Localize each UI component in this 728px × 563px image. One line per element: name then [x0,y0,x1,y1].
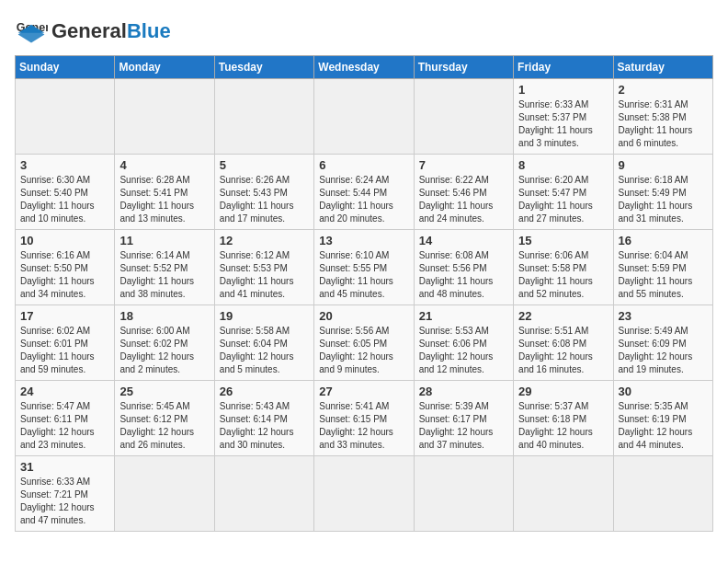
day-info: Sunrise: 6:31 AM Sunset: 5:38 PM Dayligh… [619,98,708,150]
calendar-cell: 16Sunrise: 6:04 AM Sunset: 5:59 PM Dayli… [613,230,712,305]
calendar-cell: 8Sunrise: 6:20 AM Sunset: 5:47 PM Daylig… [514,155,613,230]
day-info: Sunrise: 5:43 AM Sunset: 6:14 PM Dayligh… [220,400,309,452]
day-info: Sunrise: 6:16 AM Sunset: 5:50 PM Dayligh… [20,249,109,301]
calendar-week-row: 17Sunrise: 6:02 AM Sunset: 6:01 PM Dayli… [16,305,713,381]
logo-icon: General [15,15,48,48]
day-info: Sunrise: 6:33 AM Sunset: 5:37 PM Dayligh… [518,98,608,150]
calendar-cell: 18Sunrise: 6:00 AM Sunset: 6:02 PM Dayli… [115,305,214,381]
calendar-cell: 30Sunrise: 5:35 AM Sunset: 6:19 PM Dayli… [613,381,712,456]
day-info: Sunrise: 5:53 AM Sunset: 6:06 PM Dayligh… [419,325,508,376]
calendar-cell [613,456,712,532]
day-info: Sunrise: 6:20 AM Sunset: 5:47 PM Dayligh… [518,174,608,225]
day-info: Sunrise: 5:41 AM Sunset: 6:15 PM Dayligh… [319,400,408,452]
calendar-table: SundayMondayTuesdayWednesdayThursdayFrid… [15,55,713,532]
day-number: 25 [119,385,209,398]
day-info: Sunrise: 6:22 AM Sunset: 5:46 PM Dayligh… [419,174,508,225]
calendar-cell [414,456,513,532]
day-number: 10 [20,234,109,247]
day-number: 5 [220,158,309,172]
calendar-week-row: 10Sunrise: 6:16 AM Sunset: 5:50 PM Dayli… [16,230,713,305]
day-number: 7 [419,158,508,172]
column-header-monday: Monday [115,56,214,79]
logo-text: GeneralBlue [51,21,171,41]
day-number: 13 [319,234,408,247]
calendar-week-row: 31Sunrise: 6:33 AM Sunset: 7:21 PM Dayli… [16,456,713,532]
calendar-cell [314,79,414,155]
column-header-thursday: Thursday [414,56,513,79]
day-info: Sunrise: 5:56 AM Sunset: 6:05 PM Dayligh… [319,325,408,376]
calendar-cell: 23Sunrise: 5:49 AM Sunset: 6:09 PM Dayli… [613,305,712,381]
calendar-cell [214,456,313,532]
calendar-cell: 5Sunrise: 6:26 AM Sunset: 5:43 PM Daylig… [214,155,313,230]
day-number: 15 [518,234,608,247]
day-info: Sunrise: 6:06 AM Sunset: 5:58 PM Dayligh… [518,249,608,301]
day-info: Sunrise: 5:37 AM Sunset: 6:18 PM Dayligh… [518,400,608,452]
calendar-cell: 12Sunrise: 6:12 AM Sunset: 5:53 PM Dayli… [214,230,313,305]
day-info: Sunrise: 6:18 AM Sunset: 5:49 PM Dayligh… [619,174,708,225]
day-number: 27 [319,385,408,398]
day-info: Sunrise: 5:45 AM Sunset: 6:12 PM Dayligh… [119,400,209,452]
day-number: 12 [220,234,309,247]
day-number: 4 [119,158,209,172]
calendar-cell: 17Sunrise: 6:02 AM Sunset: 6:01 PM Dayli… [16,305,115,381]
day-info: Sunrise: 5:39 AM Sunset: 6:17 PM Dayligh… [419,400,508,452]
logo: General GeneralBlue [15,15,171,48]
calendar-cell [16,79,115,155]
calendar-cell: 1Sunrise: 6:33 AM Sunset: 5:37 PM Daylig… [514,79,613,155]
calendar-week-row: 24Sunrise: 5:47 AM Sunset: 6:11 PM Dayli… [16,381,713,456]
calendar-cell: 21Sunrise: 5:53 AM Sunset: 6:06 PM Dayli… [414,305,513,381]
day-info: Sunrise: 5:49 AM Sunset: 6:09 PM Dayligh… [619,325,708,376]
calendar-cell: 3Sunrise: 6:30 AM Sunset: 5:40 PM Daylig… [16,155,115,230]
day-info: Sunrise: 5:47 AM Sunset: 6:11 PM Dayligh… [20,400,109,452]
day-info: Sunrise: 6:33 AM Sunset: 7:21 PM Dayligh… [20,476,109,527]
day-number: 31 [20,460,109,474]
calendar-cell: 29Sunrise: 5:37 AM Sunset: 6:18 PM Dayli… [514,381,613,456]
day-number: 21 [419,309,508,323]
day-number: 24 [20,385,109,398]
calendar-cell [115,79,214,155]
day-number: 30 [619,385,708,398]
day-number: 9 [619,158,708,172]
calendar-header-row: SundayMondayTuesdayWednesdayThursdayFrid… [16,56,713,79]
calendar-cell: 10Sunrise: 6:16 AM Sunset: 5:50 PM Dayli… [16,230,115,305]
calendar-cell: 2Sunrise: 6:31 AM Sunset: 5:38 PM Daylig… [613,79,712,155]
calendar-week-row: 3Sunrise: 6:30 AM Sunset: 5:40 PM Daylig… [16,155,713,230]
day-info: Sunrise: 5:51 AM Sunset: 6:08 PM Dayligh… [518,325,608,376]
day-number: 22 [518,309,608,323]
day-info: Sunrise: 6:30 AM Sunset: 5:40 PM Dayligh… [20,174,109,225]
calendar-cell: 20Sunrise: 5:56 AM Sunset: 6:05 PM Dayli… [314,305,414,381]
day-number: 6 [319,158,408,172]
calendar-cell [214,79,313,155]
day-info: Sunrise: 6:28 AM Sunset: 5:41 PM Dayligh… [119,174,209,225]
calendar-cell: 14Sunrise: 6:08 AM Sunset: 5:56 PM Dayli… [414,230,513,305]
day-number: 11 [119,234,209,247]
calendar-cell: 11Sunrise: 6:14 AM Sunset: 5:52 PM Dayli… [115,230,214,305]
day-number: 19 [220,309,309,323]
calendar-cell: 27Sunrise: 5:41 AM Sunset: 6:15 PM Dayli… [314,381,414,456]
day-number: 17 [20,309,109,323]
day-info: Sunrise: 6:00 AM Sunset: 6:02 PM Dayligh… [119,325,209,376]
calendar-cell: 13Sunrise: 6:10 AM Sunset: 5:55 PM Dayli… [314,230,414,305]
page-header: General GeneralBlue [15,15,713,48]
day-info: Sunrise: 6:04 AM Sunset: 5:59 PM Dayligh… [619,249,708,301]
calendar-cell [115,456,214,532]
calendar-cell: 15Sunrise: 6:06 AM Sunset: 5:58 PM Dayli… [514,230,613,305]
column-header-tuesday: Tuesday [214,56,313,79]
calendar-cell: 22Sunrise: 5:51 AM Sunset: 6:08 PM Dayli… [514,305,613,381]
column-header-wednesday: Wednesday [314,56,414,79]
calendar-cell: 25Sunrise: 5:45 AM Sunset: 6:12 PM Dayli… [115,381,214,456]
day-info: Sunrise: 6:02 AM Sunset: 6:01 PM Dayligh… [20,325,109,376]
calendar-cell: 19Sunrise: 5:58 AM Sunset: 6:04 PM Dayli… [214,305,313,381]
calendar-cell: 4Sunrise: 6:28 AM Sunset: 5:41 PM Daylig… [115,155,214,230]
calendar-cell: 24Sunrise: 5:47 AM Sunset: 6:11 PM Dayli… [16,381,115,456]
day-info: Sunrise: 6:24 AM Sunset: 5:44 PM Dayligh… [319,174,408,225]
day-number: 26 [220,385,309,398]
day-info: Sunrise: 6:14 AM Sunset: 5:52 PM Dayligh… [119,249,209,301]
day-number: 18 [119,309,209,323]
calendar-cell [514,456,613,532]
calendar-cell: 6Sunrise: 6:24 AM Sunset: 5:44 PM Daylig… [314,155,414,230]
day-number: 14 [419,234,508,247]
day-number: 8 [518,158,608,172]
column-header-saturday: Saturday [613,56,712,79]
day-info: Sunrise: 5:58 AM Sunset: 6:04 PM Dayligh… [220,325,309,376]
